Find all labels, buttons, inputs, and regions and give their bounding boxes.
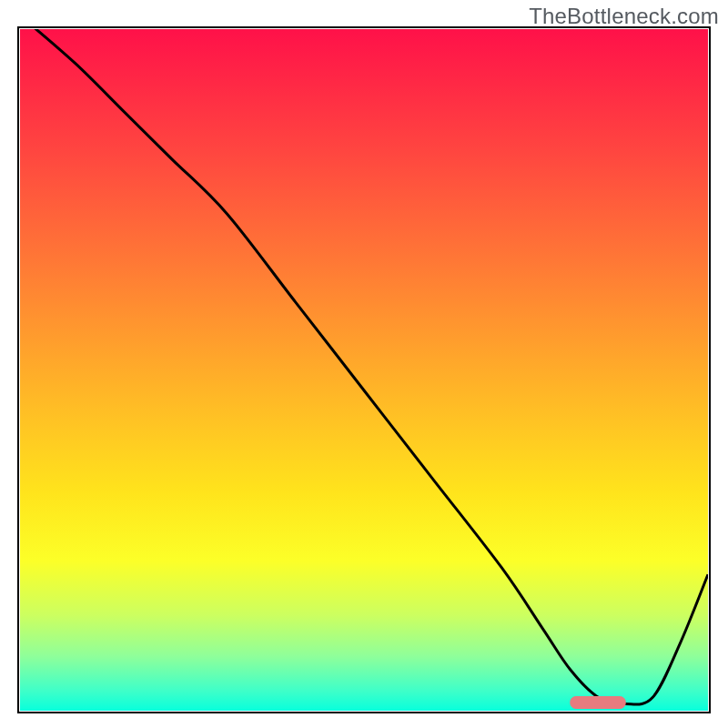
bottleneck-chart bbox=[0, 0, 728, 728]
optimal-range-marker bbox=[571, 697, 625, 709]
watermark-text: TheBottleneck.com bbox=[529, 4, 719, 29]
gradient-background bbox=[20, 29, 708, 711]
chart-container: TheBottleneck.com bbox=[0, 0, 728, 728]
